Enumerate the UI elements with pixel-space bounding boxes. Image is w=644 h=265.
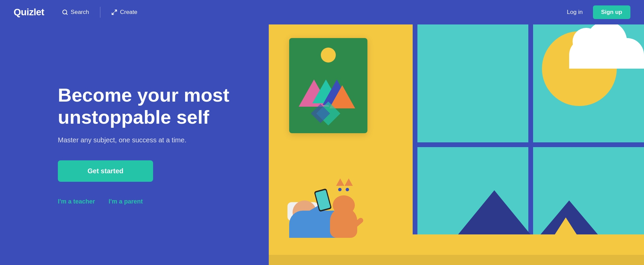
cat [330,207,357,238]
cat-eye-right [346,188,349,191]
login-button[interactable]: Log in [561,5,589,19]
floor [269,234,644,265]
signup-button[interactable]: Sign up [593,5,630,19]
illustration-container [269,24,644,265]
hero-illustration [269,24,644,265]
hero-section: Become your most unstoppable self Master… [0,24,644,265]
painting-inner [295,44,361,127]
navbar-center: Search Create [58,6,561,18]
hero-links: I'm a teacher I'm a parent [58,198,269,205]
create-icon [111,9,117,15]
navbar: Quizlet Search Create Log in Sign up [0,0,644,24]
nav-divider [100,7,100,18]
create-label: Create [120,9,137,16]
cat-ear-left [336,178,344,186]
paint-sun [321,48,336,63]
painting-frame [289,38,367,133]
hero-left: Become your most unstoppable self Master… [0,24,269,265]
search-nav-item[interactable]: Search [58,6,93,18]
paint-triangle-4 [329,85,355,108]
window [413,24,644,265]
search-icon [62,9,68,15]
cat-head [333,195,355,215]
cat-body [330,207,357,238]
brand-logo: Quizlet [14,7,44,18]
cat-eye-left [338,188,342,191]
hero-subtitle: Master any subject, one success at a tim… [58,136,221,144]
cat-ear-right [345,178,353,186]
get-started-button[interactable]: Get started [58,160,153,182]
svg-line-1 [66,13,67,14]
teacher-link[interactable]: I'm a teacher [58,198,95,205]
hero-title: Become your most unstoppable self [58,84,255,128]
search-label: Search [71,9,89,16]
navbar-right: Log in Sign up [561,5,630,19]
parent-link[interactable]: I'm a parent [109,198,143,205]
cloud [569,38,644,69]
floor-shadow [269,255,644,265]
create-nav-item[interactable]: Create [107,6,142,18]
